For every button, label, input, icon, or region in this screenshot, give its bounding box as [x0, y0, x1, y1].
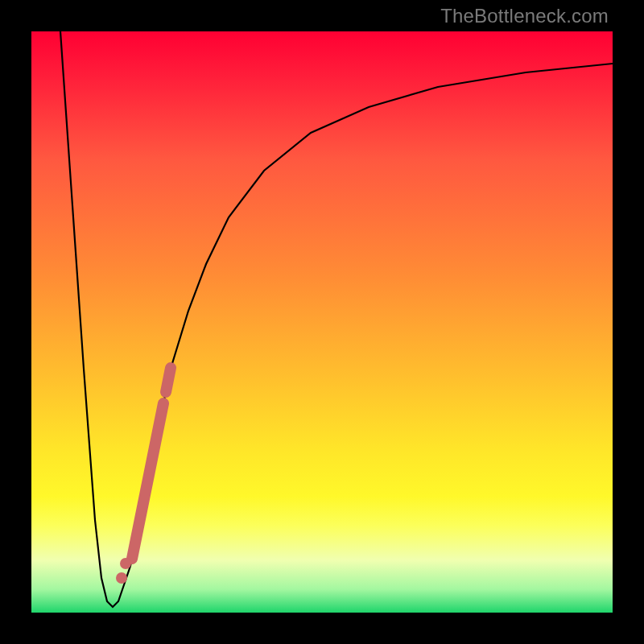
chart-svg	[31, 31, 613, 613]
chart-frame: TheBottleneck.com	[0, 0, 644, 644]
highlight-segment-upper	[166, 368, 171, 392]
highlight-dot	[116, 572, 127, 584]
highlight-segment	[132, 403, 163, 559]
watermark-text: TheBottleneck.com	[440, 5, 609, 27]
highlight-dot	[120, 558, 131, 569]
plot-area	[31, 31, 613, 613]
